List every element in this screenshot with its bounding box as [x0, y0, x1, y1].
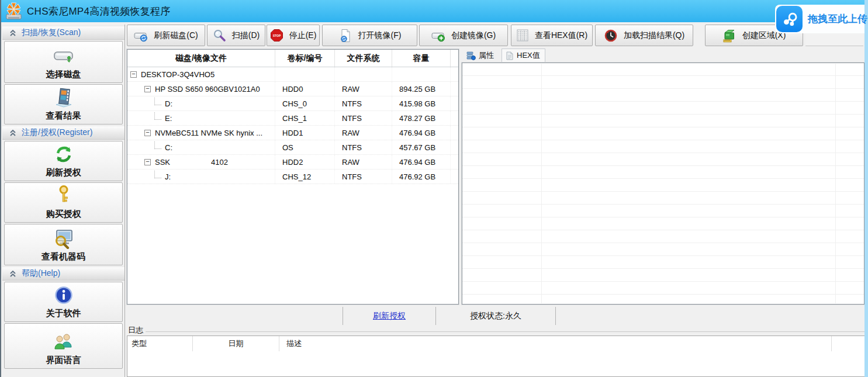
tree-branch-icon [154, 141, 161, 149]
people-language-icon [52, 331, 75, 353]
toolbar-button-label: 刷新磁盘(C) [154, 30, 198, 41]
cell-capacity: 415.98 GB [392, 96, 451, 110]
cell-volume: CHS_1 [275, 111, 335, 125]
collapse-chevron-icon[interactable] [9, 29, 16, 37]
cell-capacity: 478.27 GB [392, 111, 451, 125]
tree-node-label: J: [165, 172, 171, 181]
column-header-filesystem[interactable]: 文件系统 [335, 50, 392, 67]
log-title: 日志 [128, 325, 143, 336]
log-column-date[interactable]: 日期 [193, 336, 279, 351]
toolbar-button-label: 停止(E) [289, 30, 317, 41]
sidebar-section-label: 注册/授权(Register) [22, 127, 92, 138]
cell-capacity: 457.67 GB [392, 140, 451, 154]
license-status-bar: 刷新授权 授权状态:永久 [127, 307, 864, 325]
load-results-clock-icon [604, 29, 618, 43]
toolbar-button-label: 扫描(D) [232, 30, 260, 41]
log-header: 类型 日期 描述 [127, 336, 866, 351]
tree-row-disk[interactable]: HP SSD S650 960GBV1021A0 HDD0 RAW 894.25… [127, 82, 458, 96]
sidebar-item-label: 查看结果 [46, 110, 81, 122]
gold-key-icon [55, 185, 72, 207]
sidebar-item-refresh-license[interactable]: 刷新授权 [4, 141, 123, 181]
tab-properties[interactable]: 属性 [463, 49, 499, 63]
window-title: CHS索尼MP4高清视频恢复程序 [27, 5, 171, 18]
sidebar-item-language[interactable]: 界面语言 [4, 323, 123, 369]
properties-panel: 属性 HEX值 [462, 49, 864, 305]
log-panel[interactable]: 类型 日期 描述 [127, 336, 866, 377]
cell-filesystem: NTFS [335, 170, 392, 184]
log-column-type[interactable]: 类型 [127, 336, 193, 351]
sidebar-section-scan[interactable]: 扫描/恢复(Scan) [2, 26, 125, 40]
tree-branch-icon [154, 98, 161, 105]
grid-column-divider [835, 64, 836, 303]
view-results-film-icon [53, 87, 75, 109]
sidebar-item-label: 查看机器码 [42, 251, 85, 262]
scan-button[interactable]: 扫描(D) [207, 25, 265, 46]
cell-filesystem [335, 67, 392, 81]
tree-node-label: C: [165, 143, 172, 152]
refresh-disk-button[interactable]: 刷新磁盘(C) [127, 25, 205, 46]
window-frame-edge [864, 0, 868, 377]
status-spacer [127, 307, 343, 325]
cell-filesystem: RAW [335, 82, 392, 96]
collapse-chevron-icon[interactable] [9, 270, 16, 278]
tree-row-computer[interactable]: DESKTOP-3Q4VHO5 [127, 67, 458, 82]
create-region-icon [722, 28, 736, 43]
sidebar-item-about[interactable]: 关于软件 [4, 282, 123, 322]
stop-button[interactable]: STOP 停止(E) [267, 25, 320, 46]
tab-label: HEX值 [517, 50, 540, 61]
collapse-expander-icon[interactable] [144, 130, 151, 136]
tree-node-label: DESKTOP-3Q4VHO5 [141, 70, 215, 79]
tree-row-partition[interactable]: J: CHS_12 NTFS 476.92 GB [127, 170, 458, 184]
sidebar-item-buy-license[interactable]: 购买授权 [4, 182, 123, 223]
collapse-expander-icon[interactable] [144, 86, 151, 92]
properties-stack-icon [466, 51, 476, 60]
scan-magnifier-icon [213, 29, 226, 42]
cell-capacity: 894.25 GB [392, 82, 451, 96]
info-icon [54, 284, 74, 306]
log-column-spacer [832, 336, 866, 351]
sidebar-section-label: 扫描/恢复(Scan) [22, 27, 81, 38]
tree-row-partition[interactable]: C: OS NTFS 457.67 GB [127, 140, 458, 155]
title-bar: CHS索尼MP4高清视频恢复程序 [1, 0, 868, 22]
tree-branch-icon [154, 112, 161, 120]
column-header-capacity[interactable]: 容量 [392, 50, 451, 67]
load-scan-results-button[interactable]: 加载扫描结果(Q) [595, 25, 693, 46]
sidebar-section-register[interactable]: 注册/授权(Register) [2, 126, 125, 140]
green-refresh-icon [53, 143, 75, 165]
tree-node-label: NVMeBC511 NVMe SK hynix ... [155, 129, 262, 137]
cell-filesystem: RAW [335, 155, 392, 169]
open-image-button[interactable]: 打开镜像(F) [322, 25, 417, 46]
cell-volume: OS [275, 140, 335, 154]
cell-capacity: 476.92 GB [392, 170, 451, 184]
disk-tree-table: 磁盘/镜像文件 卷标/编号 文件系统 容量 DESKTOP-3Q4VHO5 HP… [127, 49, 459, 305]
sidebar-item-select-disk[interactable]: 选择磁盘 [4, 41, 123, 83]
tree-node-label: E: [165, 114, 172, 123]
column-header-disk[interactable]: 磁盘/镜像文件 [127, 50, 275, 67]
view-hex-button[interactable]: 查看HEX值(R) [511, 25, 593, 46]
log-column-description[interactable]: 描述 [279, 336, 832, 351]
tree-branch-icon [154, 171, 161, 178]
tree-row-disk[interactable]: NVMeBC511 NVMe SK hynix ... HDD1 RAW 476… [127, 126, 458, 140]
upload-dropzone[interactable]: 拖拽至此上传 [775, 5, 864, 33]
sidebar-item-view-results[interactable]: 查看结果 [4, 84, 123, 124]
sidebar-item-view-machine-code[interactable]: 查看机器码 [4, 224, 123, 265]
sidebar-section-help[interactable]: 帮助(Help) [2, 267, 125, 281]
hex-page-icon [506, 51, 514, 60]
toolbar: 刷新磁盘(C) 扫描(D) STOP 停止(E) [127, 25, 863, 48]
stop-sign-icon: STOP [270, 29, 283, 42]
collapse-expander-icon[interactable] [144, 159, 151, 165]
tree-row-disk[interactable]: SSK4102 HDD2 RAW 476.94 GB [127, 155, 458, 170]
tree-row-partition[interactable]: D: CHS_0 NTFS 415.98 GB [127, 96, 458, 111]
refresh-license-link[interactable]: 刷新授权 [373, 311, 406, 321]
property-grid[interactable] [462, 63, 864, 305]
cell-capacity: 476.94 GB [392, 155, 451, 169]
column-header-volume[interactable]: 卷标/编号 [275, 50, 335, 67]
create-image-button[interactable]: 创建镜像(G) [419, 25, 508, 46]
collapse-expander-icon[interactable] [130, 71, 137, 78]
collapse-chevron-icon[interactable] [9, 129, 16, 137]
tree-row-partition[interactable]: E: CHS_1 NTFS 478.27 GB [127, 111, 458, 126]
cell-volume: HDD0 [275, 82, 335, 96]
tab-hex[interactable]: HEX值 [502, 49, 545, 63]
cloud-drive-icon[interactable] [776, 6, 803, 32]
select-disk-icon [52, 45, 75, 67]
